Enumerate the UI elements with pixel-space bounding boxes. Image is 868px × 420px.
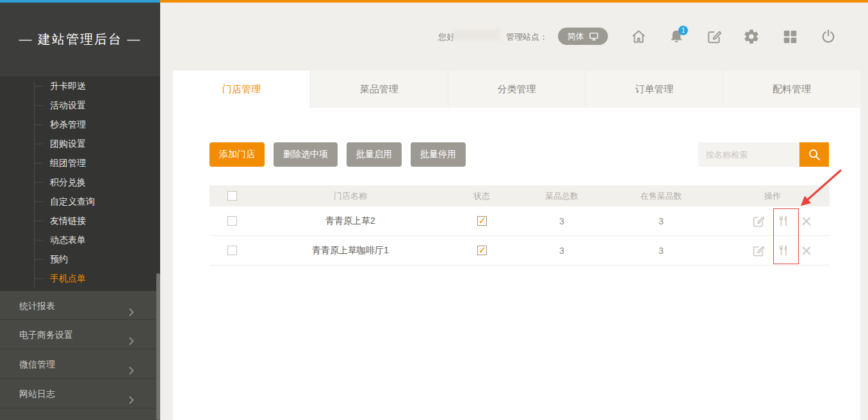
col-header-name: 门店名称 xyxy=(254,190,446,202)
username-redacted xyxy=(454,29,500,40)
chevron-right-icon xyxy=(126,388,137,399)
row-actions xyxy=(716,244,830,258)
sidebar-section[interactable]: 微信管理 xyxy=(0,349,160,379)
power-icon[interactable] xyxy=(820,28,837,45)
chevron-right-icon xyxy=(126,329,137,340)
app-title: — 建站管理后台 — xyxy=(0,3,160,76)
tab-category-management[interactable]: 分类管理 xyxy=(448,71,585,108)
home-icon[interactable] xyxy=(630,28,647,45)
sidebar-section[interactable]: 统计报表 xyxy=(0,290,160,320)
dish-on-sale: 3 xyxy=(607,246,716,256)
sidebar-item[interactable]: 积分兑换 xyxy=(0,172,160,192)
chevron-right-icon xyxy=(126,300,137,312)
row-checkbox[interactable] xyxy=(227,216,237,226)
notification-badge: 1 xyxy=(678,26,688,35)
sidebar-item[interactable]: 组团管理 xyxy=(0,153,160,172)
delete-selected-button[interactable]: 删除选中项 xyxy=(274,142,338,167)
sidebar-item[interactable]: 团购设置 xyxy=(0,134,160,153)
sidebar-item[interactable]: 预约 xyxy=(0,249,160,269)
magnifier-icon xyxy=(807,147,821,162)
dish-on-sale: 3 xyxy=(607,216,716,226)
monitor-icon xyxy=(589,31,599,41)
sidebar-item[interactable]: 自定义查询 xyxy=(0,192,160,211)
language-site-button[interactable]: 简体 xyxy=(558,28,608,45)
row-actions xyxy=(716,214,830,228)
edit-icon[interactable] xyxy=(751,244,766,258)
sidebar-item-phone-order[interactable]: 手机点单 xyxy=(0,269,160,288)
table-row: 青青原上草咖啡厅1 3 3 xyxy=(209,236,830,265)
dish-total: 3 xyxy=(517,246,607,256)
store-table: 门店名称 状态 菜品总数 在售菜品数 操作 青青原上草2 3 3 xyxy=(209,185,830,265)
cutlery-icon[interactable] xyxy=(776,244,790,257)
col-header-actions: 操作 xyxy=(716,190,830,202)
table-header-row: 门店名称 状态 菜品总数 在售菜品数 操作 xyxy=(209,185,830,206)
edit-icon[interactable] xyxy=(706,28,723,45)
toolbar: 添加门店 删除选中项 批量启用 批量停用 xyxy=(209,142,466,167)
status-checkbox[interactable] xyxy=(477,216,487,226)
bell-icon[interactable]: 1 xyxy=(668,28,685,45)
store-name: 青青原上草咖啡厅1 xyxy=(254,245,446,256)
sidebar-item[interactable]: 秒杀管理 xyxy=(0,115,160,134)
select-all-checkbox[interactable] xyxy=(227,191,237,201)
topbar-stripe-orange xyxy=(160,0,868,3)
search-box xyxy=(698,142,829,167)
search-input[interactable] xyxy=(698,142,799,167)
grid-apps-icon[interactable] xyxy=(782,28,798,45)
tabbar: 门店管理 菜品管理 分类管理 订单管理 配料管理 xyxy=(173,71,860,108)
sidebar-section[interactable]: 网站日志 xyxy=(0,379,160,408)
dish-total: 3 xyxy=(517,216,607,226)
tab-store-management[interactable]: 门店管理 xyxy=(173,71,310,108)
cutlery-icon[interactable] xyxy=(776,214,790,228)
sidebar-item[interactable]: 活动设置 xyxy=(0,96,160,115)
batch-disable-button[interactable]: 批量停用 xyxy=(411,142,466,167)
tab-order-management[interactable]: 订单管理 xyxy=(585,71,723,108)
delete-icon[interactable] xyxy=(801,215,812,227)
sidebar-sections: 统计报表 电子商务设置 微信管理 网站日志 xyxy=(0,290,160,420)
tab-ingredient-management[interactable]: 配料管理 xyxy=(723,71,860,108)
sidebar-scrollbar[interactable] xyxy=(156,273,160,420)
sidebar-section[interactable]: 电子商务设置 xyxy=(0,320,160,349)
batch-enable-button[interactable]: 批量启用 xyxy=(347,142,402,167)
status-checkbox[interactable] xyxy=(477,246,487,255)
content-panel: 添加门店 删除选中项 批量启用 批量停用 门店名称 状态 菜品总数 在售菜品数 … xyxy=(173,108,860,420)
add-store-button[interactable]: 添加门店 xyxy=(209,142,265,167)
delete-icon[interactable] xyxy=(801,245,812,256)
sidebar-item[interactable]: 动态表单 xyxy=(0,230,160,249)
table-row: 青青原上草2 3 3 xyxy=(209,206,830,236)
sidebar-item[interactable]: 升卡即送 xyxy=(0,76,160,96)
chevron-right-icon xyxy=(126,358,137,370)
gear-icon[interactable] xyxy=(743,28,760,45)
tab-dish-management[interactable]: 菜品管理 xyxy=(310,71,448,108)
sidebar: — 建站管理后台 — 升卡即送 活动设置 秒杀管理 团购设置 组团管理 积分兑换… xyxy=(0,3,160,420)
site-label: 管理站点： xyxy=(506,31,548,43)
store-name: 青青原上草2 xyxy=(254,215,446,227)
edit-icon[interactable] xyxy=(751,214,766,228)
row-checkbox[interactable] xyxy=(227,246,237,255)
sidebar-submenu: 升卡即送 活动设置 秒杀管理 团购设置 组团管理 积分兑换 自定义查询 友情链接… xyxy=(0,76,160,288)
sidebar-item[interactable]: 友情链接 xyxy=(0,211,160,230)
greeting-text: 您好 xyxy=(438,31,455,43)
col-header-on-sale: 在售菜品数 xyxy=(607,190,716,202)
col-header-dish-total: 菜品总数 xyxy=(517,190,607,202)
col-header-status: 状态 xyxy=(446,190,517,202)
search-button[interactable] xyxy=(799,142,829,167)
